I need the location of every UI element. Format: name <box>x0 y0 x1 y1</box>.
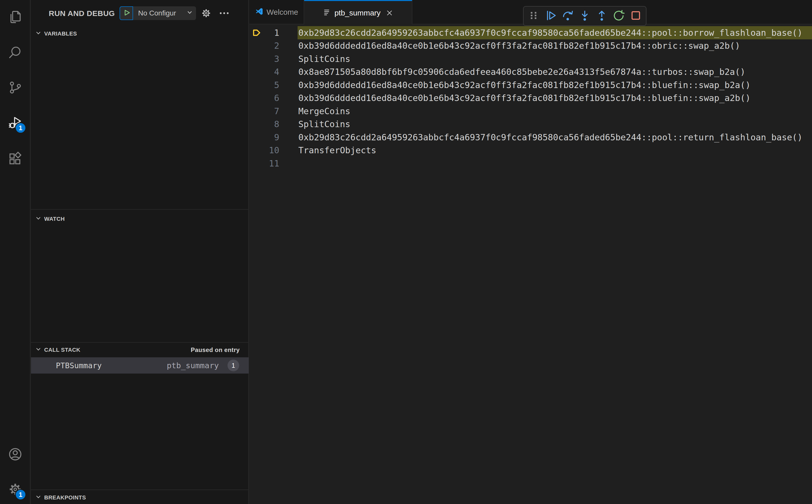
section-divider <box>31 209 249 210</box>
line-number[interactable]: 7 <box>261 106 279 116</box>
step-out-button[interactable] <box>596 10 608 22</box>
line-number[interactable]: 1 <box>261 28 279 38</box>
explorer-button[interactable] <box>7 9 23 25</box>
extensions-icon <box>7 163 23 167</box>
code-line[interactable]: 7MergeCoins <box>249 105 812 118</box>
code-line[interactable]: 8SplitCoins <box>249 118 812 131</box>
search-icon <box>7 57 23 61</box>
code-text: 0xb39d6dddedd16ed8a40ce0b1e6b43c92acf0ff… <box>298 41 740 51</box>
code-line[interactable]: 10TransferObjects <box>249 144 812 157</box>
gear-icon <box>201 15 212 20</box>
ellipsis-icon <box>218 15 230 20</box>
settings-button[interactable]: 1 <box>7 481 23 497</box>
settings-badge: 1 <box>15 489 26 500</box>
gutter-glyph-margin[interactable] <box>249 52 261 65</box>
accounts-button[interactable] <box>7 446 23 462</box>
toolbar-drag-handle[interactable] <box>528 10 540 22</box>
section-breakpoints[interactable]: BREAKPOINTS <box>31 491 249 504</box>
line-number[interactable]: 8 <box>261 119 279 129</box>
section-label: CALL STACK <box>44 347 80 353</box>
gutter-glyph-margin[interactable] <box>249 131 261 144</box>
activity-bar: 1 1 <box>0 0 30 504</box>
code-text: MergeCoins <box>298 106 350 116</box>
list-icon <box>323 8 331 18</box>
code-text: SplitCoins <box>298 54 350 64</box>
debug-settings-button[interactable] <box>201 8 212 19</box>
chevron-down-icon <box>35 346 42 354</box>
line-number[interactable]: 11 <box>261 158 279 169</box>
debug-config-label: No Configur <box>138 9 184 17</box>
stop-button[interactable] <box>630 10 642 22</box>
line-number[interactable]: 5 <box>261 80 279 90</box>
gutter-glyph-margin[interactable] <box>249 39 261 53</box>
views-more-actions-button[interactable] <box>218 8 230 19</box>
code-text: 0x8ae871505a80d8bf6bf9c05906cda6edfeea46… <box>298 67 745 77</box>
frame-count-badge: 1 <box>227 360 239 371</box>
tab-label: Welcome <box>266 8 298 16</box>
code-line[interactable]: 10xb29d83c26cdd2a64959263abbcfc4a6937f0c… <box>249 26 812 39</box>
tab-ptb-summary[interactable]: ptb_summary <box>304 0 413 25</box>
editor-code-area[interactable]: 10xb29d83c26cdd2a64959263abbcfc4a6937f0c… <box>249 24 812 504</box>
line-number[interactable]: 2 <box>261 41 279 51</box>
chevron-down-icon <box>35 494 42 502</box>
paused-status-text: Paused on entry <box>191 346 240 354</box>
gutter-glyph-margin[interactable] <box>249 105 261 118</box>
gutter-glyph-margin[interactable] <box>249 144 261 157</box>
sidebar-title: RUN AND DEBUG <box>49 9 115 18</box>
source-control-button[interactable] <box>7 80 23 95</box>
section-label: WATCH <box>44 216 65 222</box>
vscode-logo-icon <box>255 7 263 18</box>
section-label: BREAKPOINTS <box>44 494 86 501</box>
chevron-down-icon <box>35 30 42 38</box>
step-into-button[interactable] <box>579 10 591 22</box>
gutter-glyph-margin[interactable] <box>249 118 261 131</box>
source-control-icon <box>7 92 23 96</box>
frame-location: ptb_summary <box>167 361 219 370</box>
run-and-debug-button[interactable]: 1 <box>7 115 23 130</box>
tab-welcome[interactable]: Welcome <box>249 0 304 24</box>
continue-button[interactable] <box>545 10 557 22</box>
start-debug-button[interactable] <box>120 6 133 20</box>
code-text: TransferObjects <box>298 145 376 155</box>
code-text: 0xb29d83c26cdd2a64959263abbcfc4a6937f0c9… <box>298 28 803 38</box>
section-label: VARIABLES <box>44 30 77 37</box>
line-number[interactable]: 9 <box>261 132 279 142</box>
line-number[interactable]: 6 <box>261 93 279 103</box>
search-button[interactable] <box>7 45 23 60</box>
code-line[interactable]: 90xb29d83c26cdd2a64959263abbcfc4a6937f0c… <box>249 131 812 144</box>
tab-label: ptb_summary <box>334 9 380 17</box>
gutter-glyph-margin[interactable] <box>249 92 261 105</box>
step-over-button[interactable] <box>562 10 574 22</box>
gutter-glyph-margin[interactable] <box>249 65 261 79</box>
code-line[interactable]: 3SplitCoins <box>249 52 812 65</box>
chevron-down-icon <box>186 9 193 18</box>
debug-toolbar <box>523 6 647 26</box>
files-icon <box>7 21 23 26</box>
section-call-stack[interactable]: CALL STACK Paused on entry <box>31 343 249 357</box>
gutter-glyph-margin[interactable] <box>249 78 261 92</box>
current-frame-arrow-icon[interactable] <box>249 26 261 39</box>
code-line[interactable]: 50xb39d6dddedd16ed8a40ce0b1e6b43c92acf0f… <box>249 78 812 92</box>
code-line[interactable]: 40x8ae871505a80d8bf6bf9c05906cda6edfeea4… <box>249 65 812 79</box>
code-line[interactable]: 11 <box>249 157 812 170</box>
gutter-glyph-margin[interactable] <box>249 157 261 170</box>
call-stack-frame-row[interactable]: PTBSummary ptb_summary 1 <box>31 357 249 374</box>
close-icon[interactable] <box>386 9 393 17</box>
account-icon <box>7 459 23 463</box>
code-line[interactable]: 20xb39d6dddedd16ed8a40ce0b1e6b43c92acf0f… <box>249 39 812 53</box>
code-line[interactable]: 60xb39d6dddedd16ed8a40ce0b1e6b43c92acf0f… <box>249 92 812 105</box>
section-divider <box>31 490 249 490</box>
section-watch[interactable]: WATCH <box>31 212 249 226</box>
line-number[interactable]: 10 <box>261 145 279 155</box>
section-variables[interactable]: VARIABLES <box>31 27 249 41</box>
line-number[interactable]: 4 <box>261 67 279 77</box>
frame-name: PTBSummary <box>56 361 167 370</box>
restart-button[interactable] <box>613 10 625 22</box>
line-number[interactable]: 3 <box>261 54 279 64</box>
code-text: SplitCoins <box>298 119 350 129</box>
play-icon <box>122 8 131 18</box>
debug-config-dropdown[interactable]: No Configur <box>133 6 196 20</box>
chevron-down-icon <box>35 215 42 223</box>
section-divider <box>31 342 249 343</box>
extensions-button[interactable] <box>7 151 23 167</box>
